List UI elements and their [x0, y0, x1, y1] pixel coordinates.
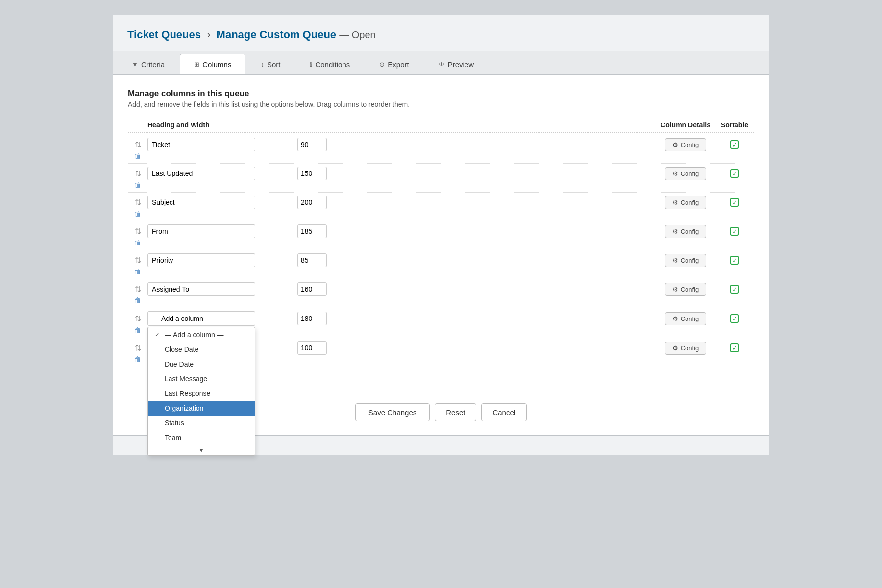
- breadcrumb-parent[interactable]: Ticket Queues: [127, 28, 201, 41]
- export-icon: ⊙: [379, 61, 385, 68]
- table-row: Config ✓: [128, 193, 754, 221]
- row-name-input[interactable]: [147, 282, 255, 296]
- add-column-select[interactable]: — Add a column — Close Date Due Date Las…: [147, 311, 255, 326]
- config-label: Config: [681, 286, 699, 293]
- sortable-checkbox[interactable]: ✓: [730, 140, 739, 149]
- sortable-checkbox[interactable]: ✓: [730, 256, 739, 265]
- drag-handle[interactable]: [128, 169, 147, 178]
- dropdown-item-close-date[interactable]: Close Date: [148, 342, 255, 357]
- row-width-input[interactable]: [297, 341, 327, 355]
- dropdown-item-team[interactable]: Team: [148, 430, 255, 445]
- tab-conditions[interactable]: ℹ Conditions: [295, 54, 364, 74]
- reset-button[interactable]: Reset: [435, 403, 476, 421]
- drag-arrows-icon: [135, 285, 141, 294]
- row-config-cell: Config: [656, 167, 715, 180]
- row-name-cell: — Add a column — Close Date Due Date Las…: [147, 311, 294, 326]
- row-width-cell: [294, 167, 334, 180]
- dropdown-item-organization[interactable]: Organization: [148, 401, 255, 416]
- row-width-input[interactable]: [297, 167, 327, 180]
- sortable-checkbox[interactable]: ✓: [730, 198, 739, 207]
- row-width-cell: [294, 341, 334, 355]
- dropdown-item-due-date[interactable]: Due Date: [148, 357, 255, 371]
- row-width-cell: [294, 312, 334, 325]
- table-row: Config ✓: [128, 279, 754, 308]
- config-button[interactable]: Config: [665, 342, 707, 355]
- delete-button[interactable]: [128, 238, 147, 247]
- row-width-input[interactable]: [297, 138, 327, 151]
- row-name-input[interactable]: [147, 224, 255, 238]
- dropdown-item-label: Organization: [165, 404, 203, 412]
- tab-export[interactable]: ⊙ Export: [365, 54, 423, 74]
- sortable-checkbox[interactable]: ✓: [730, 314, 739, 323]
- trash-icon: [134, 267, 141, 276]
- filter-icon: ▼: [132, 61, 138, 68]
- config-button[interactable]: Config: [665, 138, 707, 151]
- content-area: Manage columns in this queue Add, and re…: [113, 75, 769, 436]
- row-width-input[interactable]: [297, 224, 327, 238]
- row-name-input[interactable]: [147, 167, 255, 180]
- config-button[interactable]: Config: [665, 225, 707, 238]
- delete-button[interactable]: [128, 151, 147, 160]
- tab-preview[interactable]: 👁 Preview: [424, 54, 488, 74]
- save-changes-button[interactable]: Save Changes: [355, 403, 430, 421]
- tab-columns[interactable]: ⊞ Columns: [180, 54, 245, 74]
- cancel-button[interactable]: Cancel: [481, 403, 527, 421]
- section-title: Manage columns in this queue: [128, 89, 754, 98]
- config-label: Config: [681, 199, 699, 206]
- drag-handle[interactable]: [128, 285, 147, 294]
- delete-button[interactable]: [128, 267, 147, 276]
- row-name-cell: [147, 282, 294, 296]
- row-config-cell: Config: [656, 196, 715, 209]
- dropdown-item-status[interactable]: Status: [148, 416, 255, 430]
- config-label: Config: [681, 315, 699, 322]
- drag-arrows-icon: [135, 227, 141, 236]
- config-button[interactable]: Config: [665, 254, 707, 267]
- drag-arrows-icon: [135, 198, 141, 207]
- sortable-checkbox[interactable]: ✓: [730, 227, 739, 236]
- sortable-checkbox[interactable]: ✓: [730, 285, 739, 294]
- row-name-cell: [147, 253, 294, 267]
- delete-button[interactable]: [128, 355, 147, 364]
- dropdown-item-last-response[interactable]: Last Response: [148, 386, 255, 401]
- drag-handle[interactable]: [128, 314, 147, 323]
- drag-arrows-icon: [135, 343, 141, 353]
- row-width-input[interactable]: [297, 312, 327, 325]
- dropdown-arrow[interactable]: ▼: [148, 445, 255, 455]
- sortable-cell: ✓: [715, 285, 754, 294]
- sortable-cell: ✓: [715, 227, 754, 236]
- trash-icon: [134, 180, 141, 189]
- delete-button[interactable]: [128, 296, 147, 305]
- breadcrumb-status: — Open: [339, 29, 375, 40]
- drag-handle[interactable]: [128, 343, 147, 353]
- config-button[interactable]: Config: [665, 196, 707, 209]
- sortable-cell: ✓: [715, 169, 754, 178]
- drag-handle[interactable]: [128, 140, 147, 149]
- drag-handle[interactable]: [128, 256, 147, 265]
- row-width-cell: [294, 196, 334, 209]
- config-button[interactable]: Config: [665, 283, 707, 296]
- row-name-input[interactable]: [147, 196, 255, 209]
- row-width-input[interactable]: [297, 196, 327, 209]
- drag-handle[interactable]: [128, 227, 147, 236]
- row-name-input[interactable]: [147, 138, 255, 151]
- row-width-input[interactable]: [297, 253, 327, 267]
- row-width-input[interactable]: [297, 282, 327, 296]
- sortable-checkbox[interactable]: ✓: [730, 343, 739, 352]
- tab-criteria[interactable]: ▼ Criteria: [118, 54, 179, 74]
- delete-button[interactable]: [128, 180, 147, 189]
- dropdown-item-label: Status: [165, 419, 184, 427]
- dropdown-item-last-message[interactable]: Last Message: [148, 371, 255, 386]
- delete-button[interactable]: [128, 326, 147, 335]
- drag-handle[interactable]: [128, 198, 147, 207]
- eye-icon: 👁: [439, 61, 445, 68]
- sortable-checkbox[interactable]: ✓: [730, 169, 739, 178]
- tab-conditions-label: Conditions: [315, 60, 350, 69]
- dropdown-item-add-col[interactable]: — Add a column —: [148, 327, 255, 342]
- config-button[interactable]: Config: [665, 312, 707, 325]
- config-button[interactable]: Config: [665, 167, 707, 180]
- breadcrumb-current[interactable]: Manage Custom Queue: [217, 28, 336, 41]
- row-name-input[interactable]: [147, 253, 255, 267]
- info-icon: ℹ: [310, 61, 312, 68]
- delete-button[interactable]: [128, 209, 147, 218]
- tab-sort[interactable]: ↕ Sort: [246, 54, 294, 74]
